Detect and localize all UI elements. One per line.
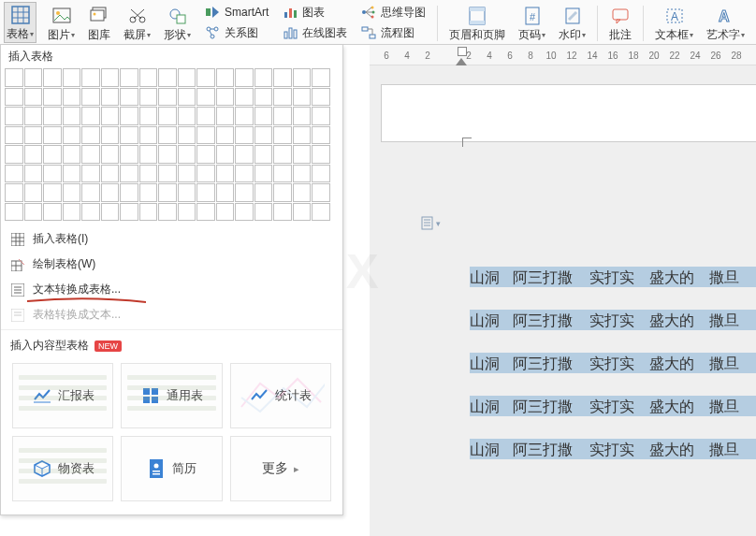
grid-cell[interactable]	[235, 126, 254, 145]
grid-cell[interactable]	[24, 203, 43, 222]
grid-cell[interactable]	[312, 88, 330, 107]
horizontal-ruler[interactable]: 642246810121416182022242628	[370, 45, 756, 65]
grid-cell[interactable]	[235, 107, 254, 125]
grid-cell[interactable]	[158, 126, 177, 145]
table-size-picker[interactable]	[1, 66, 342, 226]
online-chart-button[interactable]: 在线图表	[280, 22, 349, 43]
grid-cell[interactable]	[5, 126, 23, 145]
grid-cell[interactable]	[81, 88, 100, 107]
grid-cell[interactable]	[178, 183, 196, 202]
document-text[interactable]: 阿三打撒	[513, 398, 573, 417]
grid-cell[interactable]	[235, 88, 254, 107]
grid-cell[interactable]	[43, 107, 62, 125]
grid-cell[interactable]	[293, 203, 312, 222]
grid-cell[interactable]	[120, 107, 138, 125]
grid-cell[interactable]	[158, 165, 177, 183]
grid-cell[interactable]	[235, 183, 254, 202]
picture-button[interactable]: 图片▾	[46, 2, 77, 43]
grid-cell[interactable]	[273, 203, 292, 222]
grid-cell[interactable]	[273, 126, 292, 145]
grid-cell[interactable]	[43, 165, 62, 183]
grid-cell[interactable]	[235, 165, 254, 183]
document-text[interactable]: 实打实	[589, 355, 634, 374]
grid-cell[interactable]	[273, 165, 292, 183]
shapes-button[interactable]: 形状▾	[162, 2, 193, 43]
grid-cell[interactable]	[273, 68, 292, 87]
grid-cell[interactable]	[5, 68, 23, 87]
grid-cell[interactable]	[24, 68, 43, 87]
grid-cell[interactable]	[101, 145, 120, 164]
document-text[interactable]: 山洞	[470, 355, 500, 374]
draw-table-item[interactable]: 绘制表格(W)	[1, 252, 342, 277]
grid-cell[interactable]	[254, 203, 273, 222]
template-general[interactable]: 通用表	[121, 363, 222, 428]
grid-cell[interactable]	[178, 203, 196, 222]
grid-cell[interactable]	[254, 126, 273, 145]
grid-cell[interactable]	[63, 145, 81, 164]
grid-cell[interactable]	[5, 203, 23, 222]
grid-cell[interactable]	[254, 165, 273, 183]
grid-cell[interactable]	[24, 107, 43, 125]
document-text[interactable]: 盛大的	[649, 311, 694, 331]
grid-cell[interactable]	[216, 145, 235, 164]
grid-cell[interactable]	[254, 88, 273, 107]
grid-cell[interactable]	[139, 183, 158, 202]
grid-cell[interactable]	[254, 183, 273, 202]
grid-cell[interactable]	[43, 68, 62, 87]
grid-cell[interactable]	[235, 203, 254, 222]
grid-cell[interactable]	[273, 88, 292, 107]
grid-cell[interactable]	[216, 203, 235, 222]
grid-cell[interactable]	[63, 126, 81, 145]
grid-cell[interactable]	[273, 107, 292, 125]
document-text[interactable]: 山洞	[470, 398, 500, 417]
grid-cell[interactable]	[43, 126, 62, 145]
grid-cell[interactable]	[81, 165, 100, 183]
grid-cell[interactable]	[216, 183, 235, 202]
template-more[interactable]: 更多 ▸	[230, 436, 331, 501]
grid-cell[interactable]	[312, 183, 330, 202]
grid-cell[interactable]	[216, 107, 235, 125]
document-text[interactable]: 实打实	[589, 441, 634, 460]
grid-cell[interactable]	[81, 68, 100, 87]
grid-cell[interactable]	[5, 107, 23, 125]
table-button[interactable]: 表格▾	[4, 2, 36, 43]
grid-cell[interactable]	[63, 203, 81, 222]
gallery-button[interactable]: 图库	[86, 2, 112, 43]
grid-cell[interactable]	[101, 165, 120, 183]
grid-cell[interactable]	[178, 88, 196, 107]
document-text[interactable]: 盛大的	[649, 441, 694, 460]
grid-cell[interactable]	[293, 107, 312, 125]
grid-cell[interactable]	[196, 107, 215, 125]
grid-cell[interactable]	[120, 165, 138, 183]
grid-cell[interactable]	[81, 145, 100, 164]
grid-cell[interactable]	[293, 183, 312, 202]
grid-cell[interactable]	[235, 145, 254, 164]
grid-cell[interactable]	[120, 68, 138, 87]
grid-cell[interactable]	[312, 203, 330, 222]
grid-cell[interactable]	[196, 68, 215, 87]
grid-cell[interactable]	[43, 145, 62, 164]
textbox-button[interactable]: A 文本框▾	[653, 2, 695, 43]
grid-cell[interactable]	[216, 126, 235, 145]
grid-cell[interactable]	[235, 68, 254, 87]
grid-cell[interactable]	[196, 183, 215, 202]
paragraph-options-icon[interactable]: ▾	[421, 216, 441, 230]
grid-cell[interactable]	[139, 107, 158, 125]
document-text[interactable]: 盛大的	[649, 268, 694, 288]
grid-cell[interactable]	[5, 88, 23, 107]
grid-cell[interactable]	[101, 107, 120, 125]
grid-cell[interactable]	[312, 126, 330, 145]
grid-cell[interactable]	[101, 203, 120, 222]
grid-cell[interactable]	[24, 183, 43, 202]
chart-button[interactable]: 图表	[280, 2, 349, 22]
grid-cell[interactable]	[312, 165, 330, 183]
template-resume[interactable]: 简历	[121, 436, 222, 501]
grid-cell[interactable]	[63, 88, 81, 107]
grid-cell[interactable]	[101, 68, 120, 87]
grid-cell[interactable]	[196, 145, 215, 164]
grid-cell[interactable]	[101, 126, 120, 145]
grid-cell[interactable]	[196, 165, 215, 183]
comment-button[interactable]: 批注	[607, 2, 633, 43]
mindmap-button[interactable]: 思维导图	[358, 2, 428, 22]
grid-cell[interactable]	[196, 88, 215, 107]
